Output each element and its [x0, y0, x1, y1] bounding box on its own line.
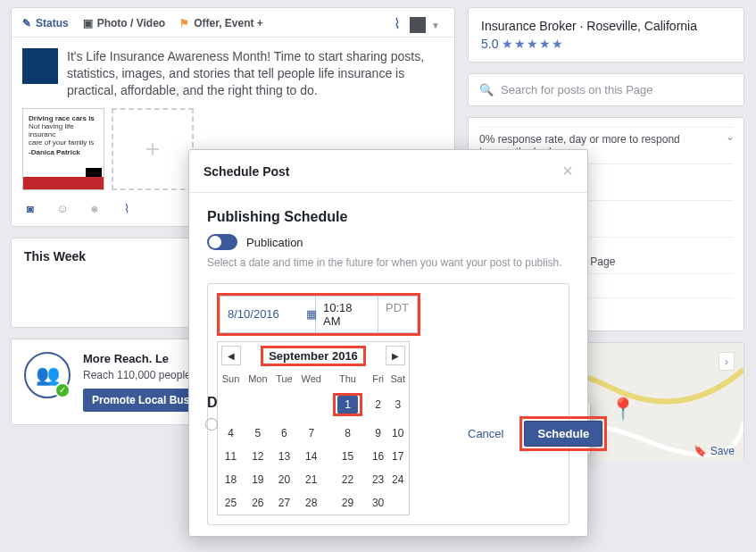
calendar-day[interactable]: 11 [218, 445, 244, 468]
publishing-schedule-heading: Publishing Schedule [207, 209, 569, 225]
time-input[interactable]: 10:18 AM [316, 296, 378, 333]
calendar-next-button[interactable]: ▶ [386, 346, 405, 365]
calendar-day [272, 388, 296, 422]
post-text[interactable]: It's Life Insurance Awareness Month! Tim… [67, 48, 444, 99]
page-header-card: Insurance Broker · Roseville, California… [468, 7, 744, 63]
calendar-day[interactable]: 19 [244, 468, 272, 491]
search-placeholder: Search for posts on this Page [501, 83, 653, 96]
location-pin-icon[interactable]: ⎈ [87, 201, 103, 217]
tab-photo[interactable]: ▣Photo / Video [83, 17, 165, 29]
calendar-popup: ◀ September 2016 ▶ SunMonTueWedThuFriSat… [217, 341, 410, 515]
page-rating[interactable]: 5.0 ★★★★★ [481, 37, 731, 51]
thumb-stripe [23, 177, 104, 189]
calendar-day[interactable]: 26 [244, 491, 272, 514]
calendar-dow: Sun [218, 370, 244, 388]
composer-tabs: ✎Status ▣Photo / Video ⚑Offer, Event + ⌇… [12, 8, 454, 38]
calendar-day[interactable]: 3 [386, 388, 409, 422]
calendar-day[interactable]: 13 [272, 445, 296, 468]
calendar-day[interactable]: 20 [272, 468, 296, 491]
thumb-line: Driving race cars is [29, 114, 98, 122]
tab-status[interactable]: ✎Status [22, 17, 69, 29]
calendar-day[interactable]: 12 [244, 445, 272, 468]
calendar-day[interactable]: 18 [218, 468, 244, 491]
distribution-heading-cut: D [207, 395, 218, 411]
map-save-link[interactable]: 🔖 Save [694, 445, 735, 457]
search-icon: 🔍 [479, 83, 494, 96]
calendar-day[interactable]: 30 [370, 491, 387, 514]
page-subtitle: Insurance Broker · Roseville, California [481, 19, 731, 33]
calendar-day[interactable]: 8 [326, 422, 369, 445]
calendar-day [296, 388, 326, 422]
calendar-dow: Mon [244, 370, 272, 388]
publication-toggle[interactable] [207, 234, 237, 250]
check-badge-icon: ✓ [54, 382, 71, 398]
calendar-day[interactable]: 15 [326, 445, 369, 468]
calendar-grid: SunMonTueWedThuFriSat 123456789101112131… [218, 370, 409, 514]
chevron-down-icon[interactable]: ⌄ [726, 130, 735, 143]
tab-photo-label: Photo / Video [97, 17, 165, 29]
schedule-button[interactable]: Schedule [524, 421, 602, 447]
calendar-day[interactable]: 24 [386, 468, 409, 491]
calendar-day[interactable]: 2 [370, 388, 387, 422]
tab-offer[interactable]: ⚑Offer, Event + [179, 17, 263, 29]
calendar-day [218, 388, 244, 422]
stars-icon: ★★★★★ [502, 37, 564, 51]
calendar-day[interactable]: 4 [218, 422, 244, 445]
camera-foot-icon[interactable]: ◙ [22, 201, 38, 217]
camera-icon: ▣ [83, 17, 93, 29]
calendar-day[interactable]: 23 [370, 468, 387, 491]
tab-status-label: Status [36, 17, 69, 29]
calendar-day[interactable]: 1 [326, 388, 369, 422]
add-attachment-button[interactable]: + [112, 108, 194, 190]
timezone-label: PDT [378, 296, 418, 333]
calendar-dow: Fri [370, 370, 387, 388]
calendar-day[interactable]: 6 [272, 422, 296, 445]
calendar-title: September 2016 [269, 349, 358, 363]
calendar-day[interactable]: 9 [370, 422, 387, 445]
chevron-down-icon[interactable]: ▼ [431, 21, 440, 30]
audience-icon: 👥✓ [24, 352, 71, 398]
radio-stub[interactable] [205, 418, 218, 431]
helper-text: Select a date and time in the future for… [207, 255, 569, 271]
flag-icon: ⚑ [179, 17, 189, 29]
map-pin-icon: 📍 [610, 397, 636, 422]
thumb-line: Not having life insuranc [29, 122, 98, 138]
calendar-day[interactable]: 17 [386, 445, 409, 468]
calendar-day[interactable]: 29 [326, 491, 369, 514]
datetime-panel: 8/10/2016▦ 10:18 AM PDT ◀ September 2016… [207, 283, 569, 525]
publication-label: Publication [246, 236, 303, 249]
page-avatar-icon[interactable] [410, 17, 426, 33]
calendar-day[interactable]: 5 [244, 422, 272, 445]
cancel-button[interactable]: Cancel [464, 422, 507, 446]
chevron-right-icon[interactable]: › [719, 352, 735, 371]
calendar-dow: Sat [386, 370, 409, 388]
thumb-logo [86, 168, 102, 177]
calendar-day[interactable]: 21 [296, 468, 326, 491]
response-text: 0% response rate, day or more to respond [479, 133, 733, 146]
thumb-line: care of your family is [29, 138, 98, 146]
calendar-day[interactable]: 25 [218, 491, 244, 514]
calendar-dow: Tue [272, 370, 296, 388]
modal-title: Schedule Post [204, 164, 289, 179]
search-posts-input[interactable]: 🔍 Search for posts on this Page [468, 73, 744, 106]
calendar-day[interactable]: 14 [296, 445, 326, 468]
calendar-day[interactable]: 10 [386, 422, 409, 445]
squiggle-foot-icon[interactable]: ⌇ [119, 201, 135, 217]
calendar-day[interactable]: 7 [296, 422, 326, 445]
datetime-fields: 8/10/2016▦ 10:18 AM PDT [217, 293, 420, 336]
attachment-thumb[interactable]: Driving race cars is Not having life ins… [22, 108, 104, 190]
calendar-dow: Wed [296, 370, 326, 388]
calendar-prev-button[interactable]: ◀ [221, 346, 241, 365]
post-link-thumb [22, 48, 58, 84]
squiggle-icon[interactable]: ⌇ [394, 15, 401, 32]
tab-offer-label: Offer, Event + [194, 17, 263, 29]
calendar-day[interactable]: 22 [326, 468, 369, 491]
close-icon[interactable]: × [562, 161, 573, 181]
calendar-day[interactable]: 16 [370, 445, 387, 468]
calendar-dow: Thu [326, 370, 369, 388]
emoji-icon[interactable]: ☺ [54, 201, 71, 217]
date-input[interactable]: 8/10/2016▦ [220, 296, 316, 333]
calendar-day[interactable]: 28 [296, 491, 326, 514]
calendar-day [386, 491, 409, 514]
calendar-day[interactable]: 27 [272, 491, 296, 514]
